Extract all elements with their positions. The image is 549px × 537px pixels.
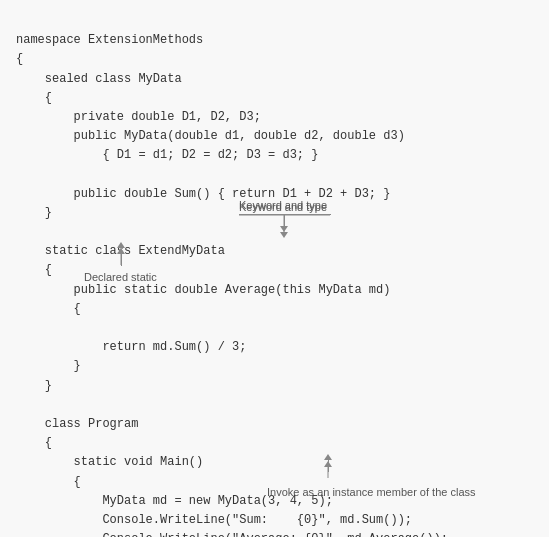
line-1: namespace ExtensionMethods xyxy=(16,33,203,47)
line-13: { xyxy=(16,263,52,277)
line-3: sealed class MyData xyxy=(16,72,182,86)
line-9: public double Sum() { return D1 + D2 + D… xyxy=(16,187,390,201)
line-14: public static double Average(this MyData… xyxy=(16,283,390,297)
line-22: { xyxy=(16,436,52,450)
line-19: } xyxy=(16,379,52,393)
line-25: MyData md = new MyData(3, 4, 5); xyxy=(16,494,333,508)
line-12: static class ExtendMyData xyxy=(16,244,225,258)
line-16 xyxy=(16,321,102,335)
line-23: static void Main() xyxy=(16,455,203,469)
line-10: } xyxy=(16,206,52,220)
line-27: Console.WriteLine("Average: {0}", md.Ave… xyxy=(16,532,448,537)
line-5: private double D1, D2, D3; xyxy=(16,110,261,124)
code-block: namespace ExtensionMethods { sealed clas… xyxy=(16,12,533,537)
line-4: { xyxy=(16,91,52,105)
line-26: Console.WriteLine("Sum: {0}", md.Sum()); xyxy=(16,513,412,527)
line-7: { D1 = d1; D2 = d2; D3 = d3; } xyxy=(16,148,318,162)
line-2: { xyxy=(16,52,23,66)
line-15: { xyxy=(16,302,81,316)
line-24: { xyxy=(16,475,81,489)
line-18: } xyxy=(16,359,81,373)
line-21: class Program xyxy=(16,417,138,431)
code-container: namespace ExtensionMethods { sealed clas… xyxy=(0,0,549,537)
line-17: return md.Sum() / 3; xyxy=(16,340,246,354)
line-6: public MyData(double d1, double d2, doub… xyxy=(16,129,405,143)
